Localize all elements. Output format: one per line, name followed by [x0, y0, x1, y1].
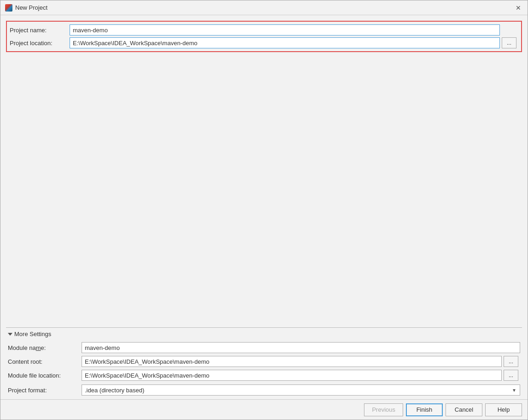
project-location-browse-button[interactable]: ... — [502, 37, 516, 48]
content-root-label: Content root: — [8, 358, 82, 365]
previous-button[interactable]: Previous — [364, 403, 403, 416]
collapse-icon — [8, 333, 12, 336]
module-name-label: Module name: — [8, 344, 82, 351]
top-form: Project name: Project location: ... — [6, 21, 522, 52]
project-format-dropdown-wrapper: .idea (directory based) .ipr (file based… — [82, 385, 520, 396]
main-spacer — [6, 56, 522, 327]
content-root-browse-button[interactable]: ... — [504, 356, 518, 367]
cancel-button[interactable]: Cancel — [446, 403, 482, 416]
finish-button[interactable]: Finish — [406, 403, 443, 416]
dialog-title: New Project — [15, 4, 47, 11]
title-bar: New Project ✕ — [0, 0, 528, 15]
help-button[interactable]: Help — [485, 403, 522, 416]
module-file-location-input[interactable] — [82, 370, 502, 381]
module-file-location-label: Module file location: — [8, 372, 82, 379]
new-project-dialog: New Project ✕ Project name: Project loca… — [0, 0, 528, 420]
project-format-select[interactable]: .idea (directory based) .ipr (file based… — [82, 385, 520, 396]
project-name-label: Project name: — [10, 27, 70, 34]
close-button[interactable]: ✕ — [514, 3, 523, 12]
project-format-label: Project format: — [8, 387, 82, 394]
project-location-input[interactable] — [70, 37, 500, 48]
more-settings-section: More Settings Module name: Content root:… — [6, 327, 522, 399]
more-settings-header[interactable]: More Settings — [6, 328, 522, 340]
project-format-row: Project format: .idea (directory based) … — [6, 385, 522, 399]
project-name-input[interactable] — [70, 24, 500, 35]
module-file-location-browse-button[interactable]: ... — [504, 370, 518, 381]
content-root-input[interactable] — [82, 356, 502, 367]
project-location-label: Project location: — [10, 40, 70, 47]
content-area: Project name: Project location: ... More… — [0, 15, 528, 399]
app-icon — [5, 4, 12, 12]
footer: Previous Finish Cancel Help — [0, 399, 528, 420]
more-settings-label: More Settings — [14, 331, 51, 337]
module-name-input[interactable] — [82, 342, 520, 353]
title-bar-left: New Project — [5, 4, 47, 12]
more-settings-fields: Module name: Content root: ... Module fi… — [6, 340, 522, 385]
